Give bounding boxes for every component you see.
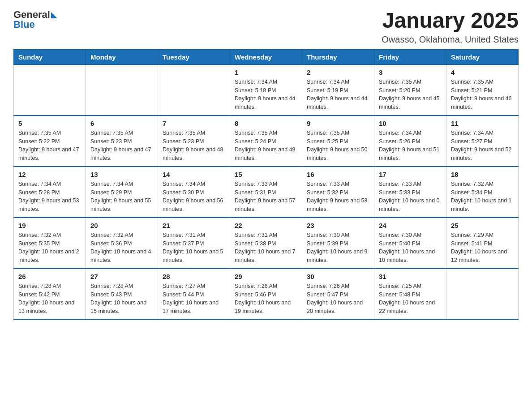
- day-of-week-header: Friday: [374, 49, 446, 64]
- calendar-day-cell: 30Sunrise: 7:26 AMSunset: 5:47 PMDayligh…: [302, 269, 374, 320]
- day-info: Sunrise: 7:33 AMSunset: 5:33 PMDaylight:…: [379, 180, 442, 214]
- day-info: Sunrise: 7:33 AMSunset: 5:31 PMDaylight:…: [235, 180, 297, 214]
- day-number: 19: [18, 222, 81, 229]
- calendar-day-cell: 9Sunrise: 7:35 AMSunset: 5:25 PMDaylight…: [302, 116, 374, 167]
- day-number: 9: [307, 120, 369, 127]
- day-number: 16: [307, 171, 369, 178]
- day-of-week-header: Saturday: [446, 49, 519, 64]
- day-number: 20: [90, 222, 153, 229]
- day-of-week-header: Wednesday: [230, 49, 302, 64]
- day-info: Sunrise: 7:25 AMSunset: 5:48 PMDaylight:…: [379, 282, 442, 316]
- calendar-day-cell: 2Sunrise: 7:34 AMSunset: 5:19 PMDaylight…: [302, 64, 374, 116]
- day-info: Sunrise: 7:33 AMSunset: 5:32 PMDaylight:…: [307, 180, 369, 214]
- calendar-day-cell: 7Sunrise: 7:35 AMSunset: 5:23 PMDaylight…: [158, 116, 230, 167]
- day-number: 31: [379, 273, 442, 280]
- page-header: General Blue January 2025 Owasso, Oklaho…: [13, 9, 519, 45]
- calendar-day-cell: 18Sunrise: 7:32 AMSunset: 5:34 PMDayligh…: [446, 167, 519, 218]
- calendar-day-cell: 10Sunrise: 7:34 AMSunset: 5:26 PMDayligh…: [374, 116, 446, 167]
- calendar-week-row: 19Sunrise: 7:32 AMSunset: 5:35 PMDayligh…: [14, 218, 519, 269]
- day-info: Sunrise: 7:35 AMSunset: 5:22 PMDaylight:…: [18, 129, 81, 163]
- day-number: 1: [235, 68, 297, 76]
- calendar-day-cell: 29Sunrise: 7:26 AMSunset: 5:46 PMDayligh…: [230, 269, 302, 320]
- day-number: 23: [307, 222, 369, 229]
- day-number: 21: [163, 222, 225, 229]
- calendar-day-cell: [446, 269, 519, 320]
- day-of-week-header: Thursday: [302, 49, 374, 64]
- day-number: 10: [379, 120, 442, 127]
- day-info: Sunrise: 7:26 AMSunset: 5:46 PMDaylight:…: [235, 282, 297, 316]
- day-number: 13: [90, 171, 153, 178]
- calendar-day-cell: 12Sunrise: 7:34 AMSunset: 5:28 PMDayligh…: [14, 167, 86, 218]
- day-number: 14: [163, 171, 225, 178]
- calendar-day-cell: [86, 64, 158, 116]
- day-number: 3: [379, 68, 442, 76]
- logo-blue-text: Blue: [13, 19, 35, 30]
- day-info: Sunrise: 7:34 AMSunset: 5:28 PMDaylight:…: [18, 180, 81, 214]
- calendar-day-cell: 31Sunrise: 7:25 AMSunset: 5:48 PMDayligh…: [374, 269, 446, 320]
- day-info: Sunrise: 7:30 AMSunset: 5:40 PMDaylight:…: [379, 231, 442, 265]
- day-number: 22: [235, 222, 297, 229]
- calendar-day-cell: 26Sunrise: 7:28 AMSunset: 5:42 PMDayligh…: [14, 269, 86, 320]
- calendar-day-cell: 16Sunrise: 7:33 AMSunset: 5:32 PMDayligh…: [302, 167, 374, 218]
- day-number: 5: [18, 120, 81, 127]
- calendar-title: January 2025: [382, 9, 519, 33]
- calendar-day-cell: 22Sunrise: 7:31 AMSunset: 5:38 PMDayligh…: [230, 218, 302, 269]
- day-info: Sunrise: 7:28 AMSunset: 5:42 PMDaylight:…: [18, 282, 81, 316]
- calendar-day-cell: [158, 64, 230, 116]
- day-number: 18: [451, 171, 514, 178]
- day-number: 29: [235, 273, 297, 280]
- day-info: Sunrise: 7:32 AMSunset: 5:35 PMDaylight:…: [18, 231, 81, 265]
- day-info: Sunrise: 7:32 AMSunset: 5:36 PMDaylight:…: [90, 231, 153, 265]
- calendar-day-cell: 11Sunrise: 7:34 AMSunset: 5:27 PMDayligh…: [446, 116, 519, 167]
- day-info: Sunrise: 7:34 AMSunset: 5:27 PMDaylight:…: [451, 129, 514, 163]
- day-number: 6: [90, 120, 153, 127]
- calendar-day-cell: [14, 64, 86, 116]
- calendar-day-cell: 28Sunrise: 7:27 AMSunset: 5:44 PMDayligh…: [158, 269, 230, 320]
- logo-arrow-icon: [51, 12, 57, 18]
- calendar-day-cell: 14Sunrise: 7:34 AMSunset: 5:30 PMDayligh…: [158, 167, 230, 218]
- calendar-day-cell: 1Sunrise: 7:34 AMSunset: 5:18 PMDaylight…: [230, 64, 302, 116]
- day-number: 25: [451, 222, 514, 229]
- calendar-day-cell: 25Sunrise: 7:29 AMSunset: 5:41 PMDayligh…: [446, 218, 519, 269]
- day-info: Sunrise: 7:34 AMSunset: 5:19 PMDaylight:…: [307, 78, 369, 111]
- calendar-day-cell: 15Sunrise: 7:33 AMSunset: 5:31 PMDayligh…: [230, 167, 302, 218]
- day-info: Sunrise: 7:35 AMSunset: 5:24 PMDaylight:…: [235, 129, 297, 163]
- day-of-week-header: Sunday: [14, 49, 86, 64]
- calendar-table: SundayMondayTuesdayWednesdayThursdayFrid…: [13, 49, 519, 320]
- calendar-day-cell: 13Sunrise: 7:34 AMSunset: 5:29 PMDayligh…: [86, 167, 158, 218]
- calendar-day-cell: 23Sunrise: 7:30 AMSunset: 5:39 PMDayligh…: [302, 218, 374, 269]
- day-info: Sunrise: 7:31 AMSunset: 5:37 PMDaylight:…: [163, 231, 225, 265]
- day-info: Sunrise: 7:34 AMSunset: 5:26 PMDaylight:…: [379, 129, 442, 163]
- day-info: Sunrise: 7:35 AMSunset: 5:23 PMDaylight:…: [90, 129, 153, 163]
- day-info: Sunrise: 7:34 AMSunset: 5:18 PMDaylight:…: [235, 78, 297, 111]
- calendar-day-cell: 17Sunrise: 7:33 AMSunset: 5:33 PMDayligh…: [374, 167, 446, 218]
- calendar-week-row: 1Sunrise: 7:34 AMSunset: 5:18 PMDaylight…: [14, 64, 519, 116]
- day-info: Sunrise: 7:28 AMSunset: 5:43 PMDaylight:…: [90, 282, 153, 316]
- day-number: 2: [307, 68, 369, 76]
- day-info: Sunrise: 7:30 AMSunset: 5:39 PMDaylight:…: [307, 231, 369, 265]
- calendar-day-cell: 19Sunrise: 7:32 AMSunset: 5:35 PMDayligh…: [14, 218, 86, 269]
- calendar-subtitle: Owasso, Oklahoma, United States: [382, 34, 519, 45]
- calendar-body: 1Sunrise: 7:34 AMSunset: 5:18 PMDaylight…: [14, 64, 519, 320]
- day-info: Sunrise: 7:32 AMSunset: 5:34 PMDaylight:…: [451, 180, 514, 214]
- day-number: 24: [379, 222, 442, 229]
- day-header-row: SundayMondayTuesdayWednesdayThursdayFrid…: [14, 49, 519, 64]
- day-info: Sunrise: 7:26 AMSunset: 5:47 PMDaylight:…: [307, 282, 369, 316]
- day-info: Sunrise: 7:35 AMSunset: 5:20 PMDaylight:…: [379, 78, 442, 111]
- day-number: 27: [90, 273, 153, 280]
- day-info: Sunrise: 7:27 AMSunset: 5:44 PMDaylight:…: [163, 282, 225, 316]
- day-number: 15: [235, 171, 297, 178]
- calendar-day-cell: 24Sunrise: 7:30 AMSunset: 5:40 PMDayligh…: [374, 218, 446, 269]
- calendar-day-cell: 8Sunrise: 7:35 AMSunset: 5:24 PMDaylight…: [230, 116, 302, 167]
- day-info: Sunrise: 7:35 AMSunset: 5:25 PMDaylight:…: [307, 129, 369, 163]
- calendar-week-row: 5Sunrise: 7:35 AMSunset: 5:22 PMDaylight…: [14, 116, 519, 167]
- calendar-day-cell: 21Sunrise: 7:31 AMSunset: 5:37 PMDayligh…: [158, 218, 230, 269]
- day-of-week-header: Tuesday: [158, 49, 230, 64]
- day-info: Sunrise: 7:29 AMSunset: 5:41 PMDaylight:…: [451, 231, 514, 265]
- calendar-header: SundayMondayTuesdayWednesdayThursdayFrid…: [14, 49, 519, 64]
- title-section: January 2025 Owasso, Oklahoma, United St…: [382, 9, 519, 45]
- calendar-day-cell: 27Sunrise: 7:28 AMSunset: 5:43 PMDayligh…: [86, 269, 158, 320]
- day-info: Sunrise: 7:34 AMSunset: 5:30 PMDaylight:…: [163, 180, 225, 214]
- calendar-day-cell: 5Sunrise: 7:35 AMSunset: 5:22 PMDaylight…: [14, 116, 86, 167]
- calendar-week-row: 26Sunrise: 7:28 AMSunset: 5:42 PMDayligh…: [14, 269, 519, 320]
